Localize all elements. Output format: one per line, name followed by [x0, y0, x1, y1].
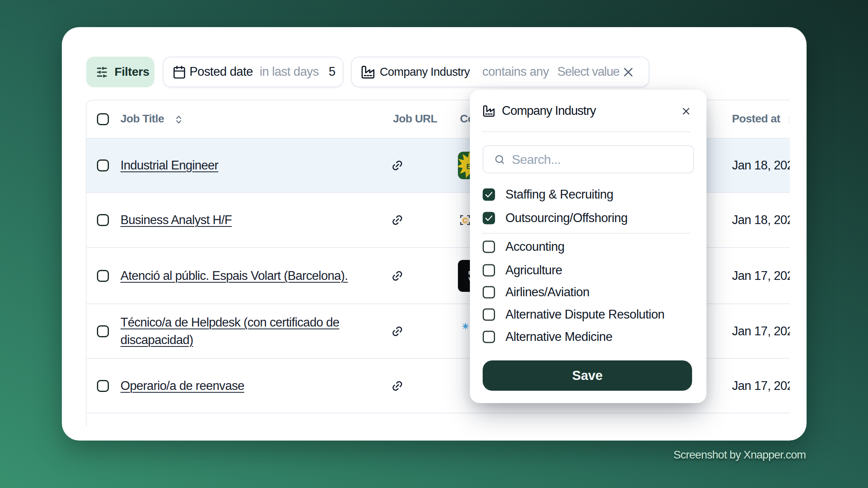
svg-text:C: C — [463, 217, 468, 224]
